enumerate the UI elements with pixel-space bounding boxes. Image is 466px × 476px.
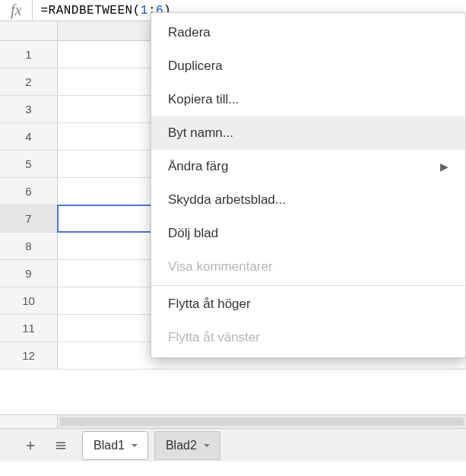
row-header[interactable]: 11: [0, 315, 58, 341]
menu-item-label: Radera: [168, 25, 211, 40]
menu-item-label: Byt namn...: [168, 125, 233, 141]
row-header[interactable]: 7: [0, 205, 58, 232]
add-sheet-button[interactable]: [15, 430, 46, 461]
sheet-tab-blad1[interactable]: Blad1: [82, 431, 148, 460]
menu-item-label: Duplicera: [168, 59, 223, 74]
scrollbar-thumb[interactable]: [60, 417, 464, 426]
menu-item[interactable]: Skydda arbetsblad...: [151, 183, 465, 217]
horizontal-scrollbar[interactable]: [0, 414, 466, 428]
menu-item[interactable]: Dölj blad: [151, 217, 465, 250]
menu-item-label: Flytta åt vänster: [168, 330, 260, 345]
formula-open-paren: (: [133, 4, 141, 17]
menu-item-label: Dölj blad: [168, 226, 218, 241]
formula-arg-1: 1: [141, 4, 148, 17]
row-header[interactable]: 9: [0, 260, 58, 287]
menu-item-label: Kopiera till...: [168, 92, 239, 107]
menu-item: Visa kommentarer: [151, 250, 465, 284]
row-header[interactable]: 2: [0, 68, 58, 95]
scrollbar-corner: [0, 415, 58, 428]
all-sheets-button[interactable]: [46, 430, 76, 461]
menu-icon: [54, 439, 68, 452]
menu-item[interactable]: Kopiera till...: [151, 83, 465, 116]
row-header[interactable]: 4: [0, 123, 58, 150]
sheet-tab-dropdown[interactable]: [203, 439, 211, 452]
menu-item[interactable]: Duplicera: [151, 49, 465, 83]
formula-equals: =: [40, 4, 48, 17]
sheet-tab-label: Blad1: [94, 439, 125, 452]
menu-separator: [151, 285, 465, 286]
menu-item[interactable]: Flytta åt höger: [151, 287, 465, 321]
sheet-tab-blad2[interactable]: Blad2: [154, 431, 220, 460]
row-header[interactable]: 6: [0, 178, 58, 205]
row-header[interactable]: 10: [0, 287, 58, 314]
menu-item[interactable]: Byt namn...: [151, 116, 465, 150]
row-header[interactable]: 5: [0, 151, 58, 177]
chevron-down-icon: [203, 442, 211, 449]
chevron-down-icon: [131, 442, 138, 449]
menu-item-label: Flytta åt höger: [168, 297, 251, 312]
menu-item[interactable]: Ändra färg▶: [151, 150, 465, 183]
menu-item: Flytta åt vänster: [151, 321, 465, 354]
select-all-corner[interactable]: [0, 21, 58, 40]
fx-icon: fx: [0, 0, 33, 21]
menu-item-label: Visa kommentarer: [168, 259, 273, 274]
sheet-tab-label: Blad2: [166, 439, 197, 452]
menu-item-label: Skydda arbetsblad...: [168, 192, 286, 208]
plus-icon: [24, 439, 37, 452]
row-header[interactable]: 1: [0, 41, 58, 68]
row-header[interactable]: 3: [0, 96, 58, 122]
formula-function-name: RANDBETWEEN: [49, 4, 133, 17]
submenu-arrow-icon: ▶: [440, 160, 449, 173]
menu-item[interactable]: Radera: [151, 16, 465, 49]
sheet-tab-dropdown[interactable]: [131, 439, 138, 452]
menu-item-label: Ändra färg: [168, 159, 228, 174]
sheet-tab-context-menu: RaderaDupliceraKopiera till...Byt namn..…: [151, 12, 466, 358]
sheet-tab-bar: Blad1 Blad2: [0, 428, 466, 462]
row-header[interactable]: 8: [0, 233, 58, 259]
row-header[interactable]: 12: [0, 342, 58, 369]
